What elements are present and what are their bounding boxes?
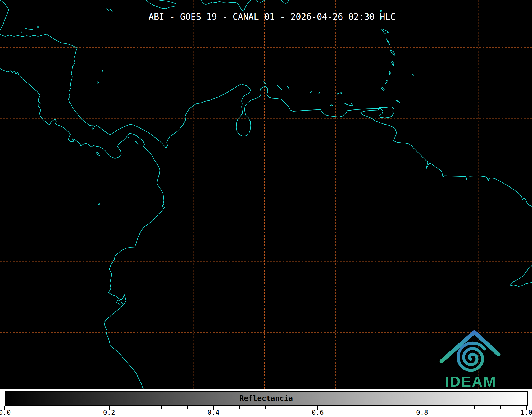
island-bocas-islet: [92, 128, 93, 129]
coastline-puerto-rico-fragment: [281, 0, 289, 3]
colorbar-minor-tick: [370, 406, 370, 409]
colorbar-minor-tick: [161, 406, 162, 409]
coastline-layer: [0, 0, 532, 389]
coastline-tobago: [395, 100, 400, 102]
coastline-amazon-south-bank: [511, 283, 532, 287]
coastline-grenada: [381, 87, 384, 91]
colorbar: Reflectancia 0.00.20.40.60.81.0: [0, 389, 532, 417]
coastline-la-tortuga: [330, 105, 333, 106]
graticule-grid: [0, 0, 532, 389]
coastline-curacao: [277, 85, 282, 90]
colorbar-minor-tick: [265, 406, 266, 409]
island-barbuda: [380, 10, 381, 12]
colorbar-minor-tick: [31, 406, 31, 409]
coastline-dominica: [386, 39, 389, 45]
island-los-hermanos: [337, 93, 339, 94]
coastline-pearl-islands: [135, 141, 139, 144]
colorbar-minor-tick: [500, 406, 501, 409]
coastline-pacific-mainland: [0, 69, 165, 389]
island-blanquilla: [341, 92, 342, 94]
goes-satellite-viewer: { "title": "ABI - GOES 19 - CANAL 01 - 2…: [0, 0, 532, 417]
coastline-caribbean-atlantic-mainland: [0, 34, 532, 206]
colorbar-minor-tick: [187, 406, 188, 409]
satellite-map-canvas: IDEAM ABI - GOES 19 - CANAL 01 - 2026-04…: [0, 0, 532, 389]
colorbar-tick-label: 0.8: [416, 409, 428, 416]
colorbar-minor-tick: [239, 406, 240, 409]
colorbar-tick-label: 1.0: [520, 409, 532, 416]
coastline-margarita: [344, 103, 353, 106]
island-utila: [21, 31, 22, 33]
colorbar-minor-tick: [474, 406, 475, 409]
coastline-st-vincent: [389, 71, 391, 75]
small-islands-layer: [21, 10, 414, 205]
island-san-andres: [97, 82, 98, 83]
coastline-coiba: [96, 152, 100, 156]
ideam-logo: IDEAM: [442, 332, 498, 389]
coastline-roatan: [24, 28, 32, 30]
coastline-jamaica: [146, 0, 176, 9]
logo-wordmark: IDEAM: [445, 373, 496, 389]
logo-hurricane-spiral-icon: [458, 343, 485, 370]
colorbar-tick-label: 0.0: [0, 409, 11, 416]
island-guanaja: [38, 26, 39, 28]
island-los-roques: [311, 92, 312, 93]
island-grenadines-1: [386, 80, 388, 81]
coastline-st-lucia: [392, 61, 394, 66]
coastline-hispaniola-east: [256, 0, 264, 2]
coastline-belize-coast: [0, 0, 9, 30]
island-la-orchila: [319, 93, 320, 94]
island-providencia: [102, 70, 103, 72]
map-title: ABI - GOES 19 - CANAL 01 - 2026-04-26 02…: [149, 12, 396, 22]
island-barbados: [413, 74, 414, 75]
island-malpelo: [99, 204, 100, 205]
island-grenadines-2: [386, 83, 387, 84]
colorbar-minor-tick: [292, 406, 292, 409]
colorbar-minor-tick: [396, 406, 396, 409]
colorbar-gradient-bar: Reflectancia: [5, 391, 528, 406]
coastline-martinique: [390, 50, 395, 56]
coastline-amazon-north-bank: [511, 266, 532, 284]
colorbar-minor-tick: [344, 406, 344, 409]
colorbar-tick-label: 0.2: [103, 409, 115, 416]
colorbar-minor-tick: [57, 406, 57, 409]
colorbar-minor-tick: [83, 406, 83, 409]
colorbar-tick-label: 0.4: [207, 409, 219, 416]
coastline-trinidad: [379, 107, 393, 118]
colorbar-tick-label: 0.6: [312, 409, 324, 416]
coastline-aruba: [264, 82, 266, 84]
coastline-hispaniola-west: [201, 0, 251, 11]
colorbar-minor-tick: [135, 406, 135, 409]
colorbar-minor-tick: [448, 406, 448, 409]
coastline-guadeloupe: [381, 29, 388, 33]
coastline-bonaire: [287, 86, 289, 89]
colorbar-label: Reflectancia: [5, 394, 527, 403]
map-svg: IDEAM: [0, 0, 532, 389]
island-taboga: [128, 136, 129, 137]
coastline-pedro-bank: [106, 8, 112, 11]
